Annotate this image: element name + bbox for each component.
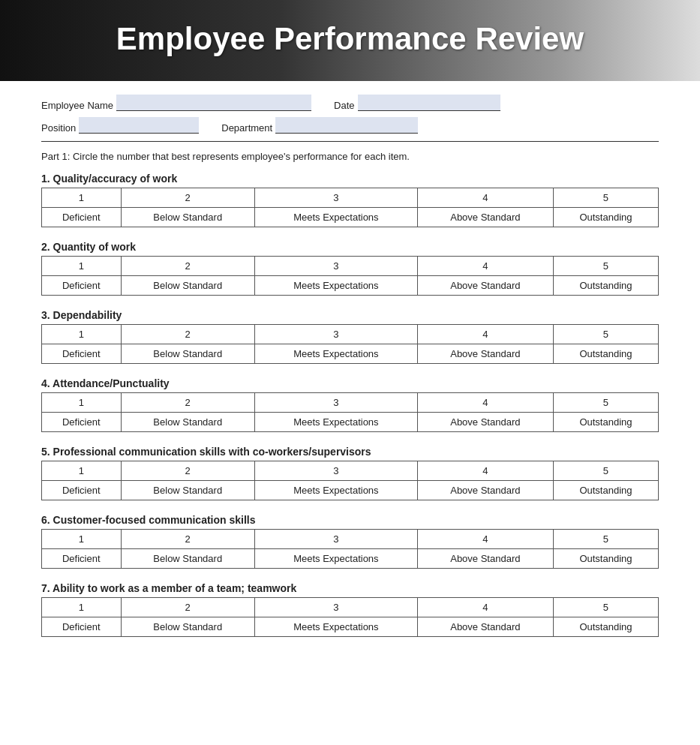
rating-label: Deficient	[42, 208, 122, 227]
col-header-3: 3	[254, 530, 417, 549]
employee-name-label: Employee Name	[41, 100, 113, 111]
rating-label: Meets Expectations	[254, 208, 417, 227]
col-header-5: 5	[553, 257, 658, 276]
col-header-1: 1	[42, 598, 122, 617]
rating-label: Deficient	[42, 617, 122, 637]
section-5: 5. Professional communication skills wit…	[41, 446, 659, 500]
col-header-3: 3	[254, 325, 417, 344]
col-header-5: 5	[553, 393, 658, 413]
employee-name-input[interactable]	[116, 95, 311, 111]
rating-label: Outstanding	[553, 617, 658, 637]
section-6: 6. Customer-focused communication skills…	[41, 514, 659, 569]
instruction: Part 1: Circle the number that best repr…	[41, 151, 659, 162]
rating-table-3: 12345DeficientBelow StandardMeets Expect…	[41, 324, 659, 364]
col-header-3: 3	[254, 393, 417, 413]
col-header-1: 1	[42, 325, 122, 344]
col-header-3: 3	[254, 461, 417, 481]
section-3: 3. Dependability12345DeficientBelow Stan…	[41, 309, 659, 364]
rating-label: Meets Expectations	[254, 276, 417, 296]
col-header-1: 1	[42, 461, 122, 481]
col-header-5: 5	[553, 325, 658, 344]
section-7: 7. Ability to work as a member of a team…	[41, 582, 659, 637]
col-header-4: 4	[417, 598, 553, 617]
section-2-title: 2. Quantity of work	[41, 241, 659, 253]
rating-label: Deficient	[42, 549, 122, 569]
section-3-title: 3. Dependability	[41, 309, 659, 321]
col-header-2: 2	[121, 461, 254, 481]
rating-label: Above Standard	[417, 481, 553, 500]
col-header-4: 4	[417, 393, 553, 413]
position-input[interactable]	[79, 117, 199, 134]
sections-container: 1. Quality/accuracy of work12345Deficien…	[41, 173, 659, 637]
section-1-title: 1. Quality/accuracy of work	[41, 173, 659, 185]
header: Employee Performance Review	[0, 0, 700, 81]
col-header-4: 4	[417, 530, 553, 549]
rating-table-6: 12345DeficientBelow StandardMeets Expect…	[41, 529, 659, 569]
section-7-title: 7. Ability to work as a member of a team…	[41, 582, 659, 594]
rating-label: Below Standard	[121, 276, 254, 296]
col-header-3: 3	[254, 598, 417, 617]
rating-label: Deficient	[42, 276, 122, 296]
col-header-3: 3	[254, 257, 417, 276]
rating-label: Deficient	[42, 413, 122, 432]
col-header-1: 1	[42, 257, 122, 276]
rating-label: Meets Expectations	[254, 481, 417, 500]
rating-label: Above Standard	[417, 276, 553, 296]
rating-label: Above Standard	[417, 549, 553, 569]
rating-label: Below Standard	[121, 344, 254, 364]
rating-table-7: 12345DeficientBelow StandardMeets Expect…	[41, 597, 659, 637]
rating-label: Outstanding	[553, 208, 658, 227]
rating-label: Above Standard	[417, 617, 553, 637]
col-header-5: 5	[553, 461, 658, 481]
section-1: 1. Quality/accuracy of work12345Deficien…	[41, 173, 659, 227]
col-header-3: 3	[254, 188, 417, 208]
section-4: 4. Attendance/Punctuality12345DeficientB…	[41, 377, 659, 432]
section-6-title: 6. Customer-focused communication skills	[41, 514, 659, 526]
col-header-2: 2	[121, 393, 254, 413]
rating-label: Outstanding	[553, 481, 658, 500]
rating-label: Above Standard	[417, 344, 553, 364]
divider	[41, 141, 659, 142]
col-header-2: 2	[121, 188, 254, 208]
department-input[interactable]	[275, 117, 418, 134]
rating-label: Outstanding	[553, 549, 658, 569]
col-header-4: 4	[417, 325, 553, 344]
rating-table-1: 12345DeficientBelow StandardMeets Expect…	[41, 188, 659, 227]
rating-label: Outstanding	[553, 344, 658, 364]
page-title: Employee Performance Review	[30, 21, 670, 57]
col-header-4: 4	[417, 461, 553, 481]
rating-table-2: 12345DeficientBelow StandardMeets Expect…	[41, 256, 659, 296]
section-4-title: 4. Attendance/Punctuality	[41, 377, 659, 389]
date-label: Date	[334, 100, 354, 111]
rating-label: Meets Expectations	[254, 617, 417, 637]
date-input[interactable]	[358, 95, 500, 111]
rating-table-5: 12345DeficientBelow StandardMeets Expect…	[41, 461, 659, 500]
section-5-title: 5. Professional communication skills wit…	[41, 446, 659, 458]
col-header-1: 1	[42, 188, 122, 208]
position-label: Position	[41, 122, 76, 134]
rating-label: Meets Expectations	[254, 413, 417, 432]
rating-label: Below Standard	[121, 617, 254, 637]
rating-table-4: 12345DeficientBelow StandardMeets Expect…	[41, 392, 659, 432]
rating-label: Below Standard	[121, 208, 254, 227]
rating-label: Above Standard	[417, 208, 553, 227]
col-header-2: 2	[121, 530, 254, 549]
form-fields: Employee Name Date Position Department	[41, 95, 659, 134]
rating-label: Below Standard	[121, 481, 254, 500]
col-header-1: 1	[42, 530, 122, 549]
rating-label: Below Standard	[121, 549, 254, 569]
col-header-1: 1	[42, 393, 122, 413]
col-header-4: 4	[417, 188, 553, 208]
section-2: 2. Quantity of work12345DeficientBelow S…	[41, 241, 659, 296]
col-header-5: 5	[553, 188, 658, 208]
rating-label: Meets Expectations	[254, 549, 417, 569]
rating-label: Above Standard	[417, 413, 553, 432]
rating-label: Below Standard	[121, 413, 254, 432]
col-header-4: 4	[417, 257, 553, 276]
rating-label: Outstanding	[553, 413, 658, 432]
rating-label: Deficient	[42, 344, 122, 364]
col-header-2: 2	[121, 325, 254, 344]
rating-label: Deficient	[42, 481, 122, 500]
col-header-5: 5	[553, 598, 658, 617]
col-header-2: 2	[121, 257, 254, 276]
